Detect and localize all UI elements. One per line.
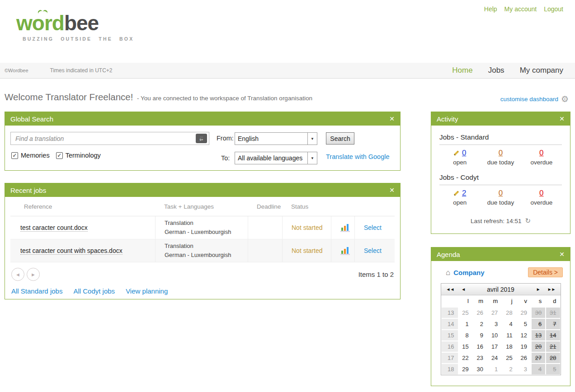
search-input[interactable]: Find a translation ··· 9+ <box>10 132 209 145</box>
calendar-first-icon[interactable]: ◄◄ <box>444 287 456 292</box>
translate-with-google-link[interactable]: Translate with Google <box>326 153 390 160</box>
all-codyt-jobs-link[interactable]: All Codyt jobs <box>73 287 115 295</box>
calendar-day[interactable]: 18 <box>502 341 516 352</box>
calendar-day[interactable]: 23 <box>473 353 487 363</box>
calendar-day[interactable]: 28 <box>502 308 516 318</box>
customise-dashboard-link[interactable]: customise dashboard <box>500 96 558 103</box>
gear-icon[interactable]: ⚙ <box>561 95 569 103</box>
terminology-label: Terminology <box>66 152 101 159</box>
calendar-day[interactable]: 6 <box>532 319 545 329</box>
calendar-day[interactable]: 13 <box>532 330 545 341</box>
calendar-day[interactable]: 1 <box>488 364 501 374</box>
close-icon[interactable]: ✕ <box>559 251 565 258</box>
calendar-day[interactable]: 26 <box>473 308 487 318</box>
open-label: open <box>439 199 480 206</box>
calendar-day[interactable]: 21 <box>546 341 560 352</box>
calendar-day[interactable]: 29 <box>517 308 531 318</box>
overdue-label: overdue <box>521 159 562 166</box>
calendar-day[interactable]: 31 <box>546 308 560 318</box>
refresh-icon[interactable]: ↻ <box>525 217 531 224</box>
nav-item-my-company[interactable]: My company <box>520 66 563 75</box>
calendar-day[interactable]: 4 <box>502 319 516 329</box>
calendar-day[interactable]: 27 <box>532 353 545 363</box>
calendar-day[interactable]: 11 <box>502 330 516 341</box>
close-icon[interactable]: ✕ <box>389 115 395 122</box>
open-count-link[interactable]: 0 <box>462 149 466 158</box>
search-button[interactable]: Search <box>326 132 354 145</box>
calendar-day[interactable]: 24 <box>488 353 501 363</box>
calendar-day[interactable]: 25 <box>459 308 472 318</box>
calendar-day[interactable]: 5 <box>546 364 560 374</box>
house-icon: ⌂ <box>446 269 450 276</box>
calendar-day[interactable]: 14 <box>546 330 560 341</box>
company-link[interactable]: Company <box>453 269 484 276</box>
open-count-link[interactable]: 2 <box>462 189 466 198</box>
activity-panel: Activity ✕ Jobs - Standard 0 0 0 open du… <box>431 112 570 234</box>
my-account-link[interactable]: My account <box>504 5 537 13</box>
calendar-day[interactable]: 29 <box>459 364 472 374</box>
overdue-count-link[interactable]: 0 <box>521 149 562 158</box>
copyright-label: ©Wordbee <box>5 68 28 73</box>
memories-checkbox[interactable]: ✓ Memories <box>11 152 50 159</box>
logout-link[interactable]: Logout <box>544 5 563 13</box>
welcome-subtitle: - You are connected to the workspace of … <box>137 95 312 102</box>
due-today-count-link[interactable]: 0 <box>480 189 521 198</box>
calendar-day[interactable]: 5 <box>517 319 531 329</box>
calendar-day[interactable]: 10 <box>488 330 501 341</box>
calendar-week-number: 17 <box>442 353 458 363</box>
navbar: ©Wordbee Times indicated in UTC+2 Home J… <box>0 63 575 79</box>
calendar-day[interactable]: 20 <box>532 341 545 352</box>
due-today-count-link[interactable]: 0 <box>480 149 521 158</box>
job-reference-link[interactable]: test caracter count with spaces.docx <box>20 247 123 255</box>
calendar-day[interactable]: 28 <box>546 353 560 363</box>
calendar-day[interactable]: 26 <box>517 353 531 363</box>
calendar-day[interactable]: 3 <box>488 319 501 329</box>
job-status: Not started <box>292 247 331 254</box>
from-language-select[interactable]: English ▼ <box>235 132 317 145</box>
calendar-day[interactable]: 17 <box>488 341 501 352</box>
close-icon[interactable]: ✕ <box>389 187 395 194</box>
calendar-day[interactable]: 8 <box>459 330 472 341</box>
calendar-next-icon[interactable]: ► <box>534 287 542 292</box>
to-language-select[interactable]: All available languages ▼ <box>235 152 317 164</box>
prev-page-button[interactable]: ◄ <box>11 268 24 281</box>
nav-item-home[interactable]: Home <box>452 66 472 75</box>
calendar-day[interactable]: 30 <box>532 308 545 318</box>
view-planning-link[interactable]: View planning <box>126 287 168 295</box>
bar-chart-icon[interactable] <box>340 247 350 255</box>
next-page-button[interactable]: ► <box>27 268 40 281</box>
calendar-day[interactable]: 12 <box>517 330 531 341</box>
calendar-day[interactable]: 15 <box>459 341 472 352</box>
pencil-icon <box>453 191 459 196</box>
calendar-day[interactable]: 2 <box>473 319 487 329</box>
close-icon[interactable]: ✕ <box>559 115 565 122</box>
last-refresh-row: Last refresh: 14:51 ↻ <box>431 217 570 225</box>
col-deadline: Deadline <box>248 203 282 210</box>
calendar-day[interactable]: 30 <box>473 364 487 374</box>
calendar-day[interactable]: 3 <box>517 364 531 374</box>
calendar-day[interactable]: 7 <box>546 319 560 329</box>
calendar-day[interactable]: 9 <box>473 330 487 341</box>
nav-item-jobs[interactable]: Jobs <box>488 66 504 75</box>
terminology-checkbox[interactable]: ✓ Terminology <box>56 152 101 159</box>
calendar-day[interactable]: 19 <box>517 341 531 352</box>
help-link[interactable]: Help <box>484 5 497 13</box>
calendar-prev-icon[interactable]: ◄ <box>459 287 467 292</box>
select-job-link[interactable]: Select <box>364 224 395 231</box>
due-today-label: due today <box>480 159 521 166</box>
calendar-day[interactable]: 22 <box>459 353 472 363</box>
all-standard-jobs-link[interactable]: All Standard jobs <box>11 287 62 295</box>
bar-chart-icon[interactable] <box>340 224 350 232</box>
calendar-last-icon[interactable]: ►► <box>546 287 557 292</box>
calendar-day[interactable]: 1 <box>459 319 472 329</box>
calendar-day[interactable]: 27 <box>488 308 501 318</box>
calendar-day[interactable]: 4 <box>532 364 545 374</box>
overdue-count-link[interactable]: 0 <box>521 189 562 198</box>
select-job-link[interactable]: Select <box>364 247 395 254</box>
virtual-keyboard-icon[interactable]: ··· 9+ <box>196 134 207 143</box>
details-button[interactable]: Details > <box>528 267 563 277</box>
job-reference-link[interactable]: test caracter count.docx <box>20 224 88 232</box>
calendar-day[interactable]: 2 <box>502 364 516 374</box>
calendar-day[interactable]: 25 <box>502 353 516 363</box>
calendar-day[interactable]: 16 <box>473 341 487 352</box>
